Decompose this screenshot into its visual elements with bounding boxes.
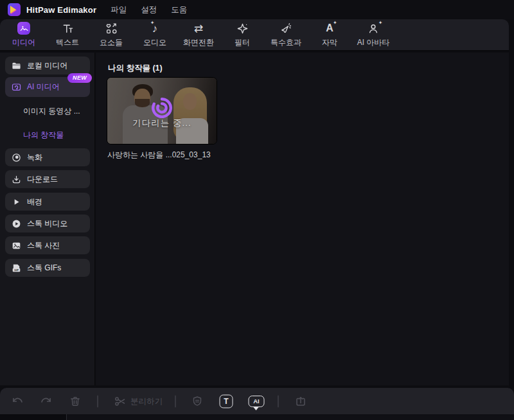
timeline-header-divider bbox=[66, 414, 67, 420]
sidebar-item-label: 스톡 사진 bbox=[27, 240, 60, 251]
tab-subtitle-label: 자막 bbox=[322, 37, 337, 48]
split-label[interactable]: 분리하기 bbox=[130, 396, 163, 407]
title-bar: HitPaw Edimakor 파일 설정 도움 bbox=[0, 0, 514, 19]
record-icon bbox=[12, 153, 21, 162]
app-logo-icon bbox=[8, 3, 21, 16]
gif-icon: GIF bbox=[12, 263, 21, 273]
tab-elements[interactable]: 요소들 bbox=[91, 21, 131, 49]
sidebar-item-ai-media[interactable]: AI 미디어 NEW bbox=[5, 77, 90, 97]
tab-effects-label: 특수효과 bbox=[270, 37, 301, 48]
timeline-track-area bbox=[67, 414, 514, 420]
tab-audio[interactable]: ✦ ♪ 오디오 bbox=[135, 21, 175, 49]
text-tool-button[interactable]: T bbox=[220, 394, 233, 408]
svg-text:GIF: GIF bbox=[14, 268, 19, 272]
app-title: HitPaw Edimakor bbox=[26, 5, 96, 15]
waiting-status-text: 기다리는 중... bbox=[107, 118, 217, 129]
text-icon bbox=[62, 21, 74, 35]
menu-help[interactable]: 도움 bbox=[171, 4, 187, 15]
creation-caption: 사랑하는 사람을 ...025_03_13 bbox=[107, 150, 236, 161]
sidebar-item-label: 다운로드 bbox=[27, 174, 58, 185]
section-title: 나의 창작물 (1) bbox=[108, 63, 163, 74]
sidebar-item-label: 로컬 미디어 bbox=[27, 60, 67, 71]
tab-transition-label: 화면전환 bbox=[183, 37, 214, 48]
media-icon bbox=[17, 21, 30, 35]
sidebar-item-label: 스톡 GIFs bbox=[27, 263, 61, 274]
ai-tool-button[interactable]: AI bbox=[249, 396, 265, 407]
timeline-strip bbox=[0, 414, 514, 420]
subtitle-shield-button[interactable] bbox=[191, 395, 204, 407]
subtitle-icon: A ✦ bbox=[326, 21, 333, 35]
sidebar-item-my-creations[interactable]: 나의 창작물 bbox=[23, 130, 64, 141]
play-icon bbox=[12, 197, 21, 207]
sidebar-item-stock-photo[interactable]: 스톡 사진 bbox=[5, 236, 90, 254]
tab-text[interactable]: 텍스트 bbox=[48, 21, 87, 49]
tab-ai-avatar[interactable]: ✦ AI 아바타 bbox=[353, 21, 393, 49]
transition-icon: ⇄ bbox=[194, 21, 203, 35]
edit-toolbar: 분리하기 T AI bbox=[0, 388, 514, 414]
split-button[interactable] bbox=[114, 395, 127, 408]
delete-button[interactable] bbox=[69, 395, 82, 407]
tab-filter-label: 필터 bbox=[235, 37, 250, 48]
tab-subtitle[interactable]: A ✦ 자막 bbox=[310, 21, 350, 49]
effects-icon bbox=[280, 21, 292, 35]
sidebar-item-record[interactable]: 녹화 bbox=[5, 148, 90, 166]
sidebar-item-label: 녹화 bbox=[27, 152, 42, 163]
media-sidebar: 로컬 미디어 AI 미디어 NEW 이미지 동영상 ... 나의 창작물 녹화 bbox=[0, 53, 95, 385]
tab-filter[interactable]: 필터 bbox=[222, 21, 262, 49]
sidebar-item-download[interactable]: 다운로드 bbox=[5, 170, 90, 188]
toolbar-divider bbox=[175, 395, 176, 407]
elements-icon bbox=[105, 21, 118, 35]
app-window: HitPaw Edimakor 파일 설정 도움 미디어 bbox=[0, 0, 514, 420]
new-badge: NEW bbox=[67, 73, 92, 83]
content-panel: 나의 창작물 (1) 기다리는 중... 사랑하는 사람을 ...025_03_… bbox=[96, 53, 509, 385]
stock-photo-icon bbox=[12, 241, 21, 250]
feature-tab-bar: 미디어 텍스트 요소들 ✦ bbox=[0, 19, 509, 51]
audio-icon: ✦ ♪ bbox=[152, 21, 158, 35]
tab-media[interactable]: 미디어 bbox=[4, 21, 44, 49]
menu-settings[interactable]: 설정 bbox=[141, 4, 157, 15]
export-button[interactable] bbox=[294, 395, 307, 408]
tab-effects[interactable]: 특수효과 bbox=[266, 21, 306, 49]
toolbar-divider bbox=[97, 395, 98, 407]
tab-text-label: 텍스트 bbox=[56, 37, 79, 48]
tab-ai-avatar-label: AI 아바타 bbox=[357, 37, 390, 48]
filter-icon bbox=[236, 21, 249, 35]
ai-avatar-icon: ✦ bbox=[368, 21, 380, 35]
ai-media-icon bbox=[12, 82, 21, 92]
sidebar-item-label: 배경 bbox=[27, 197, 42, 207]
download-icon bbox=[12, 175, 21, 184]
stock-video-icon bbox=[12, 219, 21, 229]
creation-thumbnail[interactable]: 기다리는 중... bbox=[107, 78, 217, 144]
menu-file[interactable]: 파일 bbox=[111, 4, 127, 15]
redo-button[interactable] bbox=[40, 394, 53, 408]
toolbar-divider bbox=[278, 395, 279, 407]
tab-elements-label: 요소들 bbox=[100, 37, 123, 48]
sidebar-item-background[interactable]: 배경 bbox=[5, 193, 90, 211]
sidebar-item-stock-gifs[interactable]: GIF 스톡 GIFs bbox=[5, 259, 90, 277]
loading-spinner-icon bbox=[150, 96, 174, 120]
undo-button[interactable] bbox=[11, 394, 24, 408]
tab-audio-label: 오디오 bbox=[143, 37, 166, 48]
tab-media-label: 미디어 bbox=[12, 37, 35, 48]
sidebar-item-image-video[interactable]: 이미지 동영상 ... bbox=[23, 106, 80, 117]
tab-transition[interactable]: ⇄ 화면전환 bbox=[179, 21, 218, 49]
sidebar-item-stock-video[interactable]: 스톡 비디오 bbox=[5, 214, 90, 232]
right-edge-strip bbox=[509, 19, 514, 388]
sidebar-item-local-media[interactable]: 로컬 미디어 bbox=[5, 57, 90, 74]
sidebar-item-label: AI 미디어 bbox=[27, 82, 60, 92]
folder-icon bbox=[12, 61, 21, 71]
sidebar-item-label: 스톡 비디오 bbox=[27, 218, 67, 229]
